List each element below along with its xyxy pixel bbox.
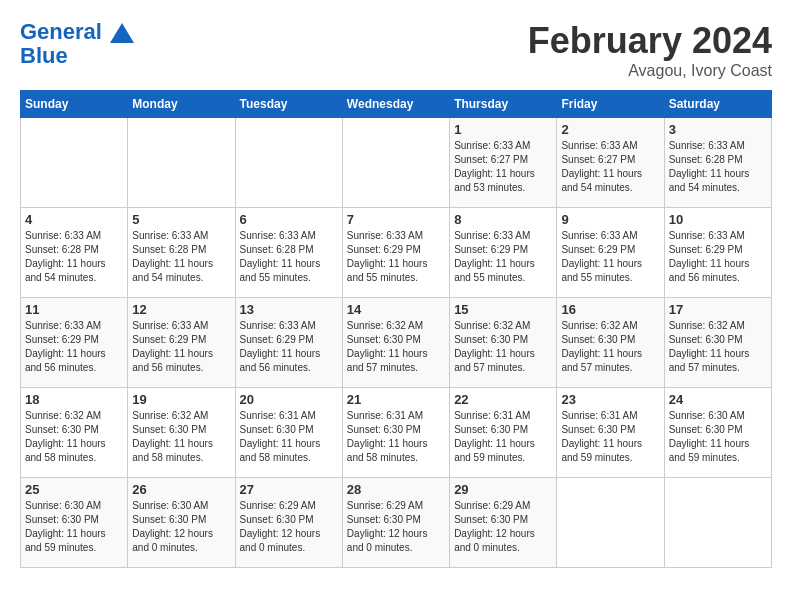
day-of-week-header: Sunday [21,91,128,118]
day-number: 3 [669,122,767,137]
day-info: Sunrise: 6:33 AMSunset: 6:28 PMDaylight:… [25,229,123,285]
calendar-cell: 24Sunrise: 6:30 AMSunset: 6:30 PMDayligh… [664,388,771,478]
calendar-cell: 4Sunrise: 6:33 AMSunset: 6:28 PMDaylight… [21,208,128,298]
day-info: Sunrise: 6:33 AMSunset: 6:29 PMDaylight:… [561,229,659,285]
calendar-cell: 5Sunrise: 6:33 AMSunset: 6:28 PMDaylight… [128,208,235,298]
calendar-cell: 2Sunrise: 6:33 AMSunset: 6:27 PMDaylight… [557,118,664,208]
calendar-body: 1Sunrise: 6:33 AMSunset: 6:27 PMDaylight… [21,118,772,568]
location-subtitle: Avagou, Ivory Coast [528,62,772,80]
calendar-table: SundayMondayTuesdayWednesdayThursdayFrid… [20,90,772,568]
calendar-week-row: 25Sunrise: 6:30 AMSunset: 6:30 PMDayligh… [21,478,772,568]
calendar-cell: 28Sunrise: 6:29 AMSunset: 6:30 PMDayligh… [342,478,449,568]
day-info: Sunrise: 6:30 AMSunset: 6:30 PMDaylight:… [25,499,123,555]
day-info: Sunrise: 6:29 AMSunset: 6:30 PMDaylight:… [240,499,338,555]
calendar-cell: 6Sunrise: 6:33 AMSunset: 6:28 PMDaylight… [235,208,342,298]
day-of-week-header: Thursday [450,91,557,118]
day-number: 29 [454,482,552,497]
day-info: Sunrise: 6:33 AMSunset: 6:27 PMDaylight:… [561,139,659,195]
day-number: 24 [669,392,767,407]
day-info: Sunrise: 6:32 AMSunset: 6:30 PMDaylight:… [347,319,445,375]
day-number: 19 [132,392,230,407]
day-number: 9 [561,212,659,227]
day-info: Sunrise: 6:33 AMSunset: 6:28 PMDaylight:… [669,139,767,195]
day-info: Sunrise: 6:33 AMSunset: 6:29 PMDaylight:… [669,229,767,285]
day-number: 14 [347,302,445,317]
logo-blue: Blue [20,44,134,68]
calendar-cell: 17Sunrise: 6:32 AMSunset: 6:30 PMDayligh… [664,298,771,388]
day-of-week-header: Tuesday [235,91,342,118]
day-number: 15 [454,302,552,317]
calendar-cell: 3Sunrise: 6:33 AMSunset: 6:28 PMDaylight… [664,118,771,208]
day-number: 8 [454,212,552,227]
calendar-cell: 19Sunrise: 6:32 AMSunset: 6:30 PMDayligh… [128,388,235,478]
calendar-cell [664,478,771,568]
calendar-cell [21,118,128,208]
day-number: 17 [669,302,767,317]
svg-marker-0 [110,23,134,43]
day-info: Sunrise: 6:33 AMSunset: 6:29 PMDaylight:… [25,319,123,375]
calendar-cell: 1Sunrise: 6:33 AMSunset: 6:27 PMDaylight… [450,118,557,208]
logo: General Blue [20,20,134,68]
day-number: 16 [561,302,659,317]
day-number: 7 [347,212,445,227]
day-number: 18 [25,392,123,407]
day-number: 22 [454,392,552,407]
calendar-cell: 25Sunrise: 6:30 AMSunset: 6:30 PMDayligh… [21,478,128,568]
calendar-cell: 18Sunrise: 6:32 AMSunset: 6:30 PMDayligh… [21,388,128,478]
day-number: 23 [561,392,659,407]
calendar-cell: 26Sunrise: 6:30 AMSunset: 6:30 PMDayligh… [128,478,235,568]
calendar-cell: 23Sunrise: 6:31 AMSunset: 6:30 PMDayligh… [557,388,664,478]
day-number: 1 [454,122,552,137]
day-number: 28 [347,482,445,497]
calendar-cell: 8Sunrise: 6:33 AMSunset: 6:29 PMDaylight… [450,208,557,298]
calendar-cell: 21Sunrise: 6:31 AMSunset: 6:30 PMDayligh… [342,388,449,478]
day-info: Sunrise: 6:29 AMSunset: 6:30 PMDaylight:… [347,499,445,555]
day-of-week-header: Monday [128,91,235,118]
day-number: 27 [240,482,338,497]
calendar-cell: 27Sunrise: 6:29 AMSunset: 6:30 PMDayligh… [235,478,342,568]
calendar-week-row: 11Sunrise: 6:33 AMSunset: 6:29 PMDayligh… [21,298,772,388]
day-info: Sunrise: 6:32 AMSunset: 6:30 PMDaylight:… [561,319,659,375]
calendar-cell [128,118,235,208]
day-number: 2 [561,122,659,137]
day-info: Sunrise: 6:32 AMSunset: 6:30 PMDaylight:… [132,409,230,465]
calendar-cell: 20Sunrise: 6:31 AMSunset: 6:30 PMDayligh… [235,388,342,478]
day-number: 6 [240,212,338,227]
day-info: Sunrise: 6:32 AMSunset: 6:30 PMDaylight:… [669,319,767,375]
calendar-cell: 12Sunrise: 6:33 AMSunset: 6:29 PMDayligh… [128,298,235,388]
header-row: SundayMondayTuesdayWednesdayThursdayFrid… [21,91,772,118]
calendar-cell: 9Sunrise: 6:33 AMSunset: 6:29 PMDaylight… [557,208,664,298]
calendar-cell: 29Sunrise: 6:29 AMSunset: 6:30 PMDayligh… [450,478,557,568]
calendar-cell: 22Sunrise: 6:31 AMSunset: 6:30 PMDayligh… [450,388,557,478]
day-info: Sunrise: 6:31 AMSunset: 6:30 PMDaylight:… [240,409,338,465]
day-number: 21 [347,392,445,407]
day-of-week-header: Friday [557,91,664,118]
calendar-cell [557,478,664,568]
calendar-cell: 10Sunrise: 6:33 AMSunset: 6:29 PMDayligh… [664,208,771,298]
day-info: Sunrise: 6:33 AMSunset: 6:29 PMDaylight:… [347,229,445,285]
day-info: Sunrise: 6:31 AMSunset: 6:30 PMDaylight:… [347,409,445,465]
day-number: 4 [25,212,123,227]
month-year-title: February 2024 [528,20,772,62]
calendar-cell: 14Sunrise: 6:32 AMSunset: 6:30 PMDayligh… [342,298,449,388]
day-number: 11 [25,302,123,317]
day-info: Sunrise: 6:33 AMSunset: 6:29 PMDaylight:… [454,229,552,285]
day-number: 10 [669,212,767,227]
calendar-cell: 13Sunrise: 6:33 AMSunset: 6:29 PMDayligh… [235,298,342,388]
calendar-header: SundayMondayTuesdayWednesdayThursdayFrid… [21,91,772,118]
day-number: 12 [132,302,230,317]
day-info: Sunrise: 6:33 AMSunset: 6:28 PMDaylight:… [240,229,338,285]
day-info: Sunrise: 6:31 AMSunset: 6:30 PMDaylight:… [454,409,552,465]
day-info: Sunrise: 6:33 AMSunset: 6:28 PMDaylight:… [132,229,230,285]
calendar-cell [235,118,342,208]
day-number: 20 [240,392,338,407]
day-info: Sunrise: 6:30 AMSunset: 6:30 PMDaylight:… [669,409,767,465]
day-info: Sunrise: 6:32 AMSunset: 6:30 PMDaylight:… [25,409,123,465]
day-info: Sunrise: 6:33 AMSunset: 6:27 PMDaylight:… [454,139,552,195]
day-info: Sunrise: 6:30 AMSunset: 6:30 PMDaylight:… [132,499,230,555]
day-of-week-header: Wednesday [342,91,449,118]
day-info: Sunrise: 6:32 AMSunset: 6:30 PMDaylight:… [454,319,552,375]
calendar-week-row: 18Sunrise: 6:32 AMSunset: 6:30 PMDayligh… [21,388,772,478]
day-info: Sunrise: 6:33 AMSunset: 6:29 PMDaylight:… [240,319,338,375]
calendar-cell [342,118,449,208]
